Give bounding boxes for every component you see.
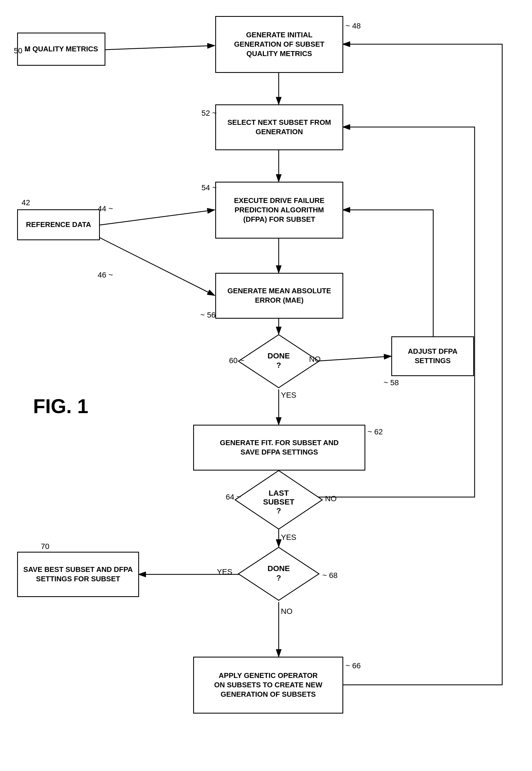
reference-data-label: REFERENCE DATA xyxy=(26,220,91,230)
svg-text:DONE: DONE xyxy=(268,352,290,360)
ref-58: ~ 58 xyxy=(384,378,399,387)
m-quality-metrics-label: M QUALITY METRICS xyxy=(25,44,98,54)
ref-52: 52 ~ xyxy=(201,109,217,118)
done-diamond-68: DONE ? xyxy=(237,546,320,602)
save-best-box: SAVE BEST SUBSET AND DFPASETTINGS FOR SU… xyxy=(17,552,139,597)
yes-label-64: YES xyxy=(281,533,296,542)
generate-initial-box: GENERATE INITIALGENERATION OF SUBSETQUAL… xyxy=(215,16,343,73)
generate-fit-label: GENERATE FIT. FOR SUBSET ANDSAVE DFPA SE… xyxy=(220,438,339,457)
svg-text:?: ? xyxy=(276,506,281,515)
select-next-subset-label: SELECT NEXT SUBSET FROMGENERATION xyxy=(227,118,331,137)
m-quality-metrics-box: M QUALITY METRICS xyxy=(17,33,105,66)
adjust-dfpa-box: ADJUST DFPASETTINGS xyxy=(391,336,474,376)
svg-line-1 xyxy=(105,46,215,50)
ref-62: ~ 62 xyxy=(368,427,383,436)
ref-44: 44 ~ xyxy=(98,205,113,213)
diagram-container: M QUALITY METRICS GENERATE INITIALGENERA… xyxy=(0,0,532,771)
adjust-dfpa-label: ADJUST DFPASETTINGS xyxy=(408,347,457,366)
ref-68: ~ 68 xyxy=(322,571,337,580)
execute-drive-label: EXECUTE DRIVE FAILUREPREDICTION ALGORITH… xyxy=(234,196,324,224)
ref-48: ~ 48 xyxy=(345,22,361,30)
done-diamond-60: DONE ? xyxy=(237,334,320,389)
apply-genetic-label: APPLY GENETIC OPERATORON SUBSETS TO CREA… xyxy=(214,671,322,699)
svg-text:?: ? xyxy=(276,361,281,369)
svg-text:?: ? xyxy=(276,573,281,582)
ref-64: 64 ~ xyxy=(226,493,241,501)
execute-drive-box: EXECUTE DRIVE FAILUREPREDICTION ALGORITH… xyxy=(215,182,343,239)
ref-42: 42 xyxy=(22,198,30,207)
no-label-64: NO xyxy=(325,494,337,503)
generate-mae-label: GENERATE MEAN ABSOLUTEERROR (MAE) xyxy=(227,286,331,305)
no-label-68: NO xyxy=(281,607,292,616)
apply-genetic-box: APPLY GENETIC OPERATORON SUBSETS TO CREA… xyxy=(193,657,343,714)
svg-text:DONE: DONE xyxy=(268,564,290,573)
svg-line-5 xyxy=(99,238,215,296)
svg-text:SUBSET: SUBSET xyxy=(263,498,294,506)
select-next-subset-box: SELECT NEXT SUBSET FROMGENERATION xyxy=(215,104,343,150)
yes-label-60: YES xyxy=(281,391,296,400)
ref-60: 60 ~ xyxy=(229,356,244,365)
reference-data-box: REFERENCE DATA xyxy=(17,209,100,240)
ref-50: 50 ~ xyxy=(14,46,29,55)
generate-initial-label: GENERATE INITIALGENERATION OF SUBSETQUAL… xyxy=(234,30,324,58)
svg-text:LAST: LAST xyxy=(268,489,289,497)
generate-mae-box: GENERATE MEAN ABSOLUTEERROR (MAE) xyxy=(215,273,343,319)
ref-56: ~ 56 xyxy=(200,311,216,320)
fig-label: FIG. 1 xyxy=(33,395,88,418)
svg-line-4 xyxy=(99,210,215,225)
ref-66: ~ 66 xyxy=(345,661,361,670)
last-subset-diamond-64: LAST SUBSET ? xyxy=(234,469,323,530)
save-best-label: SAVE BEST SUBSET AND DFPASETTINGS FOR SU… xyxy=(23,565,133,584)
no-label-60: NO xyxy=(309,355,321,364)
yes-label-68: YES xyxy=(217,567,232,576)
generate-fit-box: GENERATE FIT. FOR SUBSET ANDSAVE DFPA SE… xyxy=(193,425,365,470)
ref-46: 46 ~ xyxy=(98,271,113,280)
ref-54: 54 ~ xyxy=(201,183,217,192)
ref-70: 70 xyxy=(41,542,49,551)
